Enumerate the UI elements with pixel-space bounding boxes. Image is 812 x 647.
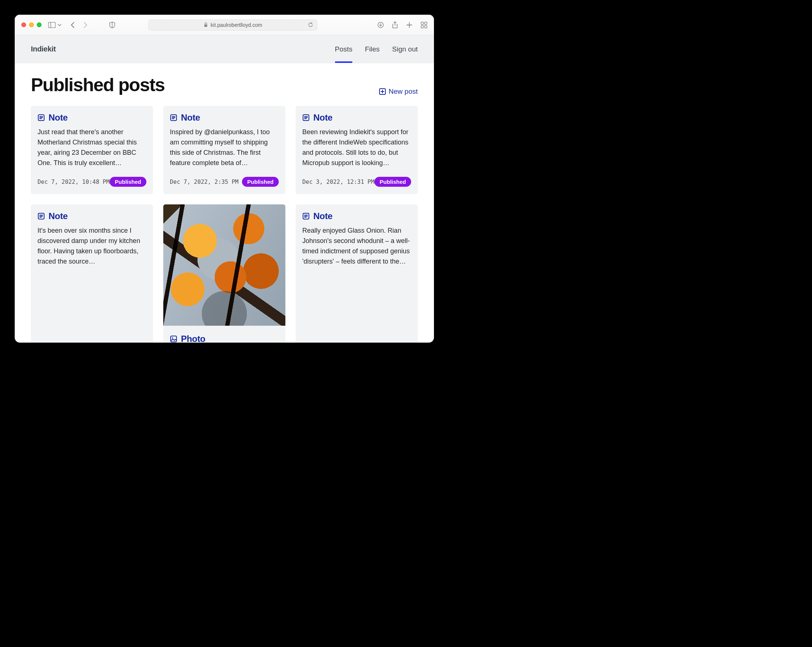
status-badge: Published xyxy=(110,177,147,187)
post-type: Photo xyxy=(181,334,205,343)
window-controls xyxy=(21,23,41,27)
post-type: Note xyxy=(181,113,200,123)
note-icon xyxy=(38,213,45,220)
reload-icon[interactable] xyxy=(308,22,313,27)
page-title: Published posts xyxy=(31,74,165,96)
note-icon xyxy=(302,213,310,220)
post-timestamp: Dec 7, 2022, 10:48 PM xyxy=(38,179,110,185)
post-grid: Note Just read that there's another Moth… xyxy=(31,106,418,343)
svg-rect-0 xyxy=(49,22,55,27)
content-area: Published posts New post Note Just read … xyxy=(15,63,434,343)
new-tab-icon[interactable] xyxy=(406,21,413,29)
post-excerpt: Been reviewing Indiekit's support for th… xyxy=(302,127,411,168)
note-icon xyxy=(170,114,177,121)
svg-rect-7 xyxy=(424,25,427,28)
nav-sign-out[interactable]: Sign out xyxy=(392,35,418,63)
plus-square-icon xyxy=(379,88,386,95)
post-timestamp: Dec 3, 2022, 12:31 PM xyxy=(302,179,374,185)
post-excerpt: Inspired by @danielpunkass, I too am com… xyxy=(170,127,279,168)
address-bar[interactable]: kit.paulrobertlloyd.com xyxy=(148,20,317,30)
url-text: kit.paulrobertlloyd.com xyxy=(211,22,262,28)
note-icon xyxy=(302,114,310,121)
minimize-window-button[interactable] xyxy=(29,23,34,27)
svg-rect-13 xyxy=(171,336,177,342)
svg-rect-4 xyxy=(421,22,424,24)
post-card[interactable]: Note Really enjoyed Glass Onion. Rian Jo… xyxy=(296,204,418,343)
post-card[interactable]: Note It's been over six months since I d… xyxy=(31,204,153,343)
share-icon[interactable] xyxy=(392,21,398,29)
post-card[interactable]: Note Inspired by @danielpunkass, I too a… xyxy=(163,106,285,194)
status-badge: Published xyxy=(374,177,411,187)
app-brand[interactable]: Indiekit xyxy=(31,45,56,53)
post-photo xyxy=(163,204,285,326)
svg-rect-2 xyxy=(204,24,207,27)
downloads-icon[interactable] xyxy=(377,21,384,29)
shield-icon[interactable] xyxy=(109,22,115,28)
lock-icon xyxy=(204,23,208,27)
back-button[interactable] xyxy=(70,22,75,28)
note-icon xyxy=(38,114,45,121)
photo-icon xyxy=(170,335,177,343)
primary-nav: Posts Files Sign out xyxy=(335,35,418,63)
post-card[interactable]: Photo xyxy=(163,204,285,343)
post-excerpt: Really enjoyed Glass Onion. Rian Johnson… xyxy=(302,226,411,267)
browser-window: kit.paulrobertlloyd.com Indiekit Posts xyxy=(15,15,434,343)
svg-rect-6 xyxy=(421,25,424,28)
svg-rect-5 xyxy=(424,22,427,24)
post-type: Note xyxy=(49,211,68,221)
browser-toolbar: kit.paulrobertlloyd.com xyxy=(15,15,434,35)
post-type: Note xyxy=(313,211,333,221)
nav-posts[interactable]: Posts xyxy=(335,35,353,63)
chevron-down-icon xyxy=(58,24,61,26)
sidebar-icon xyxy=(48,22,55,28)
new-post-label: New post xyxy=(389,87,418,96)
sidebar-toggle[interactable] xyxy=(48,22,61,28)
post-timestamp: Dec 7, 2022, 2:35 PM xyxy=(170,179,239,185)
post-excerpt: It's been over six months since I discov… xyxy=(38,226,147,267)
new-post-button[interactable]: New post xyxy=(379,87,418,96)
close-window-button[interactable] xyxy=(21,23,26,27)
post-type: Note xyxy=(49,113,68,123)
zoom-window-button[interactable] xyxy=(37,23,41,27)
tab-overview-icon[interactable] xyxy=(421,21,427,29)
post-excerpt: Just read that there's another Motherlan… xyxy=(38,127,147,168)
nav-files[interactable]: Files xyxy=(365,35,380,63)
status-badge: Published xyxy=(242,177,279,187)
svg-point-14 xyxy=(172,337,173,338)
post-card[interactable]: Note Just read that there's another Moth… xyxy=(31,106,153,194)
post-type: Note xyxy=(313,113,333,123)
app-header: Indiekit Posts Files Sign out xyxy=(15,35,434,63)
post-card[interactable]: Note Been reviewing Indiekit's support f… xyxy=(296,106,418,194)
forward-button[interactable] xyxy=(83,22,88,28)
